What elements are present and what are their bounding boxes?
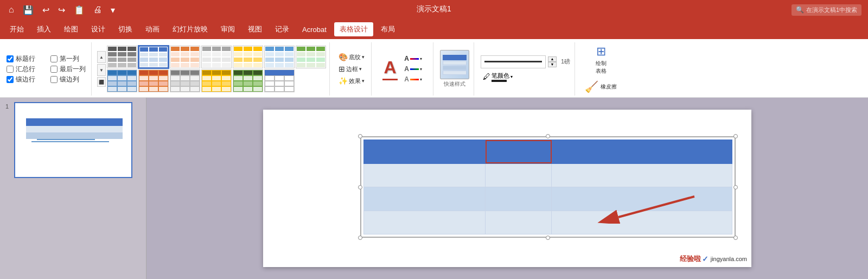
border-btn[interactable]: ⊞ 边框 ▾ bbox=[336, 64, 367, 74]
effect-btn[interactable]: ✨ 效果 ▾ bbox=[336, 75, 367, 86]
menu-biaogesheji[interactable]: 表格设计 bbox=[334, 22, 373, 36]
checkbox-xiangbianyilie[interactable] bbox=[50, 76, 58, 83]
slide-number: 1 bbox=[3, 102, 11, 111]
table-cell-r4c3[interactable] bbox=[552, 211, 732, 234]
text-effect-btn[interactable]: A ▾ bbox=[402, 74, 424, 84]
more-icon[interactable]: ▾ bbox=[108, 4, 117, 16]
draw-table-btn[interactable]: ⊞ 绘制 表格 bbox=[592, 42, 610, 77]
gallery-item-0[interactable] bbox=[107, 46, 137, 68]
gallery-item-8[interactable] bbox=[138, 69, 169, 92]
gallery-item-7[interactable] bbox=[107, 69, 137, 92]
menu-bar: 开始 插入 绘图 设计 切换 动画 幻灯片放映 审阅 视图 记录 Acrobat… bbox=[0, 20, 868, 39]
handle-top-mid[interactable] bbox=[546, 134, 550, 138]
pen-color-btn[interactable]: 🖊 笔颜色 ▾ bbox=[481, 71, 515, 83]
spin-up[interactable]: ▲ bbox=[548, 56, 557, 62]
label-xiangbianyilie: 镶边列 bbox=[60, 75, 79, 84]
handle-mid-right[interactable] bbox=[733, 185, 738, 189]
menu-shitu[interactable]: 视图 bbox=[242, 22, 267, 36]
home-icon[interactable]: ⌂ bbox=[7, 4, 16, 16]
table-cell-r3c2[interactable] bbox=[486, 187, 552, 211]
line-thick-indicator bbox=[484, 61, 542, 62]
menu-shenyue[interactable]: 审阅 bbox=[215, 22, 240, 36]
pen-color-label: 笔颜色 bbox=[492, 72, 509, 80]
menu-kaishi[interactable]: 开始 bbox=[4, 22, 29, 36]
handle-bottom-left[interactable] bbox=[358, 236, 362, 240]
thumb-line-1 bbox=[37, 139, 95, 140]
table-cell-r4c1[interactable] bbox=[364, 211, 486, 234]
table-cell-r3c1[interactable] bbox=[364, 187, 486, 211]
spin-down[interactable]: ▼ bbox=[548, 62, 557, 67]
search-box[interactable]: 🔍 在演示文稿1中搜索 bbox=[792, 4, 861, 16]
text-fill-color bbox=[410, 58, 419, 60]
search-placeholder: 在演示文稿1中搜索 bbox=[806, 6, 857, 14]
checkbox-row-zuihouyilie: 最后一列 bbox=[50, 65, 86, 74]
gallery-item-9[interactable] bbox=[170, 69, 200, 92]
main-area: 1 bbox=[0, 98, 868, 279]
menu-buju[interactable]: 布局 bbox=[375, 22, 400, 36]
gallery-item-4[interactable] bbox=[233, 46, 263, 68]
slide-page[interactable]: 经验啦 ✓ jingyanla.com bbox=[263, 110, 751, 267]
menu-jilu[interactable]: 记录 bbox=[270, 22, 295, 36]
menu-acrobat[interactable]: Acrobat bbox=[297, 23, 332, 36]
table-cell-r3c3[interactable] bbox=[552, 187, 732, 211]
table-cell-r1c3[interactable] bbox=[552, 140, 732, 164]
table-cell-r2c3[interactable] bbox=[552, 163, 732, 187]
redo-icon[interactable]: ↪ bbox=[56, 4, 67, 16]
gallery-more-btn[interactable]: ⬛ bbox=[97, 77, 106, 87]
table-cell-r1c2[interactable] bbox=[486, 140, 552, 164]
gallery-grid bbox=[107, 46, 326, 92]
undo-icon[interactable]: ↩ bbox=[40, 4, 52, 16]
shading-dropdown-icon: ▾ bbox=[362, 54, 365, 60]
menu-放映[interactable]: 幻灯片放映 bbox=[167, 22, 213, 36]
gallery-item-3[interactable] bbox=[201, 46, 232, 68]
thumb-row-2 bbox=[26, 132, 123, 139]
slide-table[interactable] bbox=[363, 140, 732, 234]
gallery-item-5[interactable] bbox=[264, 46, 295, 68]
checkbox-huizongxing[interactable] bbox=[7, 66, 14, 73]
handle-mid-left[interactable] bbox=[358, 185, 362, 189]
table-cell-r2c2[interactable] bbox=[486, 163, 552, 187]
gallery-item-6[interactable] bbox=[296, 46, 326, 68]
draw-section: ⊞ 绘制 表格 🧹 橡皮擦 bbox=[577, 42, 624, 96]
gallery-item-11[interactable] bbox=[233, 69, 263, 92]
menu-sheji[interactable]: 设计 bbox=[86, 22, 111, 36]
slide-table-wrapper[interactable] bbox=[363, 140, 732, 234]
slide-canvas: 经验啦 ✓ jingyanla.com bbox=[146, 98, 868, 279]
handle-top-left[interactable] bbox=[358, 134, 362, 138]
text-outline-btn[interactable]: A ▾ bbox=[402, 64, 424, 74]
handle-bottom-right[interactable] bbox=[733, 236, 738, 240]
checkbox-diyilie[interactable] bbox=[50, 55, 58, 62]
slide-thumbnail[interactable] bbox=[14, 102, 132, 178]
menu-charu[interactable]: 插入 bbox=[31, 22, 56, 36]
print-icon[interactable]: 🖨 bbox=[91, 4, 104, 16]
menu-huitu[interactable]: 绘图 bbox=[59, 22, 84, 36]
handle-top-right[interactable] bbox=[733, 134, 738, 138]
table-cell-r1c1[interactable] bbox=[364, 140, 486, 164]
eraser-btn[interactable]: 🧹 橡皮擦 bbox=[582, 78, 620, 96]
menu-qiehuan[interactable]: 切换 bbox=[113, 22, 138, 36]
gallery-item-10[interactable] bbox=[201, 69, 232, 92]
checkbox-zuihouyilie[interactable] bbox=[50, 66, 58, 73]
gallery-item-12[interactable] bbox=[264, 69, 295, 92]
handle-bottom-mid[interactable] bbox=[546, 236, 550, 240]
table-row-2 bbox=[364, 163, 732, 187]
border-label: 边框 bbox=[346, 65, 358, 73]
table-cell-r2c1[interactable] bbox=[364, 163, 486, 187]
checkbox-biaotihang[interactable] bbox=[7, 55, 14, 62]
text-fill-btn[interactable]: A ▾ bbox=[402, 54, 424, 64]
save-icon[interactable]: 💾 bbox=[21, 4, 36, 16]
checkbox-xiangbianhang[interactable] bbox=[7, 76, 14, 83]
quick-styles-btn[interactable] bbox=[440, 50, 469, 79]
shading-btn[interactable]: 🎨 底纹 ▾ bbox=[336, 52, 367, 62]
search-area: 🔍 在演示文稿1中搜索 bbox=[792, 4, 861, 16]
table-cell-r4c2[interactable] bbox=[486, 211, 552, 234]
text-fill-icon: A bbox=[404, 55, 409, 62]
text-outline-dropdown: ▾ bbox=[420, 67, 422, 72]
wordart-fill-btn[interactable]: A bbox=[382, 58, 398, 80]
gallery-item-1[interactable] bbox=[138, 46, 169, 68]
gallery-next-btn[interactable]: ▼ bbox=[97, 64, 106, 76]
gallery-prev-btn[interactable]: ▲ bbox=[97, 51, 106, 63]
menu-donghua[interactable]: 动画 bbox=[140, 22, 165, 36]
gallery-item-2[interactable] bbox=[170, 46, 200, 68]
custom-icon[interactable]: 📋 bbox=[72, 4, 87, 16]
